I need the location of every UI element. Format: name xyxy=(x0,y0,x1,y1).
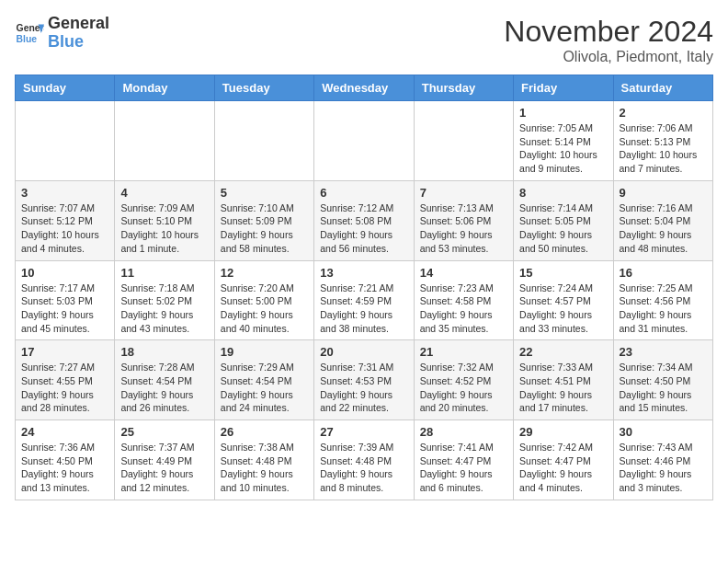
day-info: Sunrise: 7:20 AM Sunset: 5:00 PM Dayligh… xyxy=(221,282,308,336)
calendar-cell: 20Sunrise: 7:31 AM Sunset: 4:53 PM Dayli… xyxy=(314,340,414,420)
calendar-day-header: Saturday xyxy=(613,75,712,101)
day-number: 22 xyxy=(519,345,607,359)
day-info: Sunrise: 7:16 AM Sunset: 5:04 PM Dayligh… xyxy=(620,201,707,256)
day-info: Sunrise: 7:27 AM Sunset: 4:55 PM Dayligh… xyxy=(21,361,108,415)
calendar-cell: 5Sunrise: 7:10 AM Sunset: 5:09 PM Daylig… xyxy=(214,180,313,260)
day-info: Sunrise: 7:36 AM Sunset: 4:50 PM Dayligh… xyxy=(21,441,108,495)
day-info: Sunrise: 7:13 AM Sunset: 5:06 PM Dayligh… xyxy=(420,201,507,256)
calendar-week-row: 1Sunrise: 7:05 AM Sunset: 5:14 PM Daylig… xyxy=(16,101,713,181)
calendar-cell: 26Sunrise: 7:38 AM Sunset: 4:48 PM Dayli… xyxy=(214,420,313,500)
calendar-day-header: Monday xyxy=(115,75,214,101)
calendar-cell: 3Sunrise: 7:07 AM Sunset: 5:12 PM Daylig… xyxy=(16,180,115,260)
day-number: 26 xyxy=(221,425,308,439)
calendar-week-row: 24Sunrise: 7:36 AM Sunset: 4:50 PM Dayli… xyxy=(16,420,713,500)
day-info: Sunrise: 7:07 AM Sunset: 5:12 PM Dayligh… xyxy=(21,201,108,256)
day-info: Sunrise: 7:37 AM Sunset: 4:49 PM Dayligh… xyxy=(120,441,208,495)
day-number: 29 xyxy=(519,425,607,439)
day-number: 2 xyxy=(620,106,707,120)
day-info: Sunrise: 7:18 AM Sunset: 5:02 PM Dayligh… xyxy=(120,282,208,336)
calendar-cell: 21Sunrise: 7:32 AM Sunset: 4:52 PM Dayli… xyxy=(414,340,513,420)
calendar-cell: 15Sunrise: 7:24 AM Sunset: 4:57 PM Dayli… xyxy=(514,260,613,340)
day-number: 4 xyxy=(120,186,208,200)
calendar-cell: 19Sunrise: 7:29 AM Sunset: 4:54 PM Dayli… xyxy=(214,340,313,420)
calendar-cell: 14Sunrise: 7:23 AM Sunset: 4:58 PM Dayli… xyxy=(414,260,513,340)
month-title: November 2024 xyxy=(504,15,713,49)
location: Olivola, Piedmont, Italy xyxy=(504,49,713,65)
day-number: 24 xyxy=(21,425,108,439)
calendar-cell: 25Sunrise: 7:37 AM Sunset: 4:49 PM Dayli… xyxy=(115,420,214,500)
day-number: 5 xyxy=(221,186,308,200)
day-number: 28 xyxy=(420,425,507,439)
day-info: Sunrise: 7:42 AM Sunset: 4:47 PM Dayligh… xyxy=(519,441,607,495)
day-info: Sunrise: 7:14 AM Sunset: 5:05 PM Dayligh… xyxy=(519,201,607,256)
calendar-cell xyxy=(414,101,513,181)
day-info: Sunrise: 7:29 AM Sunset: 4:54 PM Dayligh… xyxy=(221,361,308,415)
day-number: 7 xyxy=(420,186,507,200)
day-number: 30 xyxy=(620,425,707,439)
calendar-day-header: Thursday xyxy=(414,75,513,101)
day-number: 27 xyxy=(320,425,407,439)
day-info: Sunrise: 7:09 AM Sunset: 5:10 PM Dayligh… xyxy=(120,201,208,256)
day-info: Sunrise: 7:05 AM Sunset: 5:14 PM Dayligh… xyxy=(519,121,607,176)
day-number: 19 xyxy=(221,345,308,359)
calendar-cell: 2Sunrise: 7:06 AM Sunset: 5:13 PM Daylig… xyxy=(613,101,712,181)
calendar-header-row: SundayMondayTuesdayWednesdayThursdayFrid… xyxy=(16,75,713,101)
day-info: Sunrise: 7:39 AM Sunset: 4:48 PM Dayligh… xyxy=(320,441,407,495)
day-info: Sunrise: 7:32 AM Sunset: 4:52 PM Dayligh… xyxy=(420,361,507,415)
day-info: Sunrise: 7:23 AM Sunset: 4:58 PM Dayligh… xyxy=(420,282,507,336)
calendar-cell xyxy=(214,101,313,181)
day-info: Sunrise: 7:24 AM Sunset: 4:57 PM Dayligh… xyxy=(519,282,607,336)
calendar-cell: 18Sunrise: 7:28 AM Sunset: 4:54 PM Dayli… xyxy=(115,340,214,420)
calendar-cell: 23Sunrise: 7:34 AM Sunset: 4:50 PM Dayli… xyxy=(613,340,712,420)
day-number: 6 xyxy=(320,186,407,200)
logo-text: General Blue xyxy=(48,15,109,52)
page-header: General Blue General Blue November 2024 … xyxy=(15,15,713,65)
calendar-cell xyxy=(16,101,115,181)
calendar-cell: 24Sunrise: 7:36 AM Sunset: 4:50 PM Dayli… xyxy=(16,420,115,500)
day-number: 20 xyxy=(320,345,407,359)
day-number: 16 xyxy=(620,266,707,280)
day-info: Sunrise: 7:06 AM Sunset: 5:13 PM Dayligh… xyxy=(620,121,707,176)
day-info: Sunrise: 7:28 AM Sunset: 4:54 PM Dayligh… xyxy=(120,361,208,415)
day-info: Sunrise: 7:25 AM Sunset: 4:56 PM Dayligh… xyxy=(620,282,707,336)
calendar-day-header: Friday xyxy=(514,75,613,101)
logo: General Blue General Blue xyxy=(15,15,109,52)
day-info: Sunrise: 7:10 AM Sunset: 5:09 PM Dayligh… xyxy=(221,201,308,256)
day-number: 9 xyxy=(620,186,707,200)
day-info: Sunrise: 7:21 AM Sunset: 4:59 PM Dayligh… xyxy=(320,282,407,336)
calendar-cell xyxy=(115,101,214,181)
logo-icon: General Blue xyxy=(15,18,44,48)
title-section: November 2024 Olivola, Piedmont, Italy xyxy=(504,15,713,65)
calendar-cell: 10Sunrise: 7:17 AM Sunset: 5:03 PM Dayli… xyxy=(16,260,115,340)
day-info: Sunrise: 7:41 AM Sunset: 4:47 PM Dayligh… xyxy=(420,441,507,495)
day-number: 1 xyxy=(519,106,607,120)
calendar-day-header: Wednesday xyxy=(314,75,414,101)
day-number: 18 xyxy=(120,345,208,359)
day-number: 23 xyxy=(620,345,707,359)
calendar-cell: 4Sunrise: 7:09 AM Sunset: 5:10 PM Daylig… xyxy=(115,180,214,260)
day-number: 25 xyxy=(120,425,208,439)
calendar-day-header: Sunday xyxy=(16,75,115,101)
day-number: 13 xyxy=(320,266,407,280)
calendar-day-header: Tuesday xyxy=(214,75,313,101)
svg-text:Blue: Blue xyxy=(17,33,38,43)
day-number: 17 xyxy=(21,345,108,359)
day-info: Sunrise: 7:31 AM Sunset: 4:53 PM Dayligh… xyxy=(320,361,407,415)
calendar-cell: 29Sunrise: 7:42 AM Sunset: 4:47 PM Dayli… xyxy=(514,420,613,500)
calendar-cell: 11Sunrise: 7:18 AM Sunset: 5:02 PM Dayli… xyxy=(115,260,214,340)
calendar-week-row: 10Sunrise: 7:17 AM Sunset: 5:03 PM Dayli… xyxy=(16,260,713,340)
day-info: Sunrise: 7:33 AM Sunset: 4:51 PM Dayligh… xyxy=(519,361,607,415)
calendar-cell: 30Sunrise: 7:43 AM Sunset: 4:46 PM Dayli… xyxy=(613,420,712,500)
day-number: 10 xyxy=(21,266,108,280)
day-info: Sunrise: 7:12 AM Sunset: 5:08 PM Dayligh… xyxy=(320,201,407,256)
day-number: 3 xyxy=(21,186,108,200)
calendar-cell: 17Sunrise: 7:27 AM Sunset: 4:55 PM Dayli… xyxy=(16,340,115,420)
day-number: 12 xyxy=(221,266,308,280)
calendar-cell: 27Sunrise: 7:39 AM Sunset: 4:48 PM Dayli… xyxy=(314,420,414,500)
day-number: 11 xyxy=(120,266,208,280)
day-number: 8 xyxy=(519,186,607,200)
calendar-cell: 8Sunrise: 7:14 AM Sunset: 5:05 PM Daylig… xyxy=(514,180,613,260)
calendar-cell: 7Sunrise: 7:13 AM Sunset: 5:06 PM Daylig… xyxy=(414,180,513,260)
calendar-cell: 9Sunrise: 7:16 AM Sunset: 5:04 PM Daylig… xyxy=(613,180,712,260)
calendar-cell: 16Sunrise: 7:25 AM Sunset: 4:56 PM Dayli… xyxy=(613,260,712,340)
